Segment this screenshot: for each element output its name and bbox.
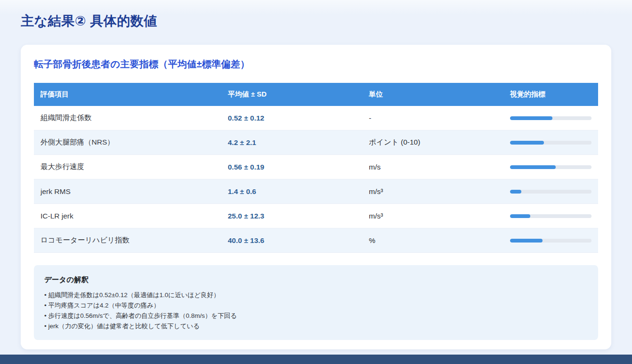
- table-row: jerk RMS 1.4 ± 0.6 m/s³: [34, 179, 598, 204]
- metric-value: 40.0 ± 13.6: [221, 236, 363, 245]
- indicator-bar-track: [510, 116, 591, 120]
- metric-unit: m/s³: [362, 187, 503, 196]
- interpretation-bullet: 歩行速度は0.56m/sで、高齢者の自立歩行基準（0.8m/s）を下回る: [44, 311, 588, 321]
- interpretation-bullet: 組織間滑走係数は0.52±0.12（最適値は1.0に近いほど良好）: [44, 290, 588, 300]
- table-row: 外側大腿部痛（NRS） 4.2 ± 2.1 ポイント (0-10): [34, 130, 598, 155]
- footer-bar: [0, 355, 632, 364]
- indicator-cell: [503, 190, 598, 194]
- metrics-table: 評価項目 平均値 ± SD 単位 視覚的指標 組織間滑走係数 0.52 ± 0.…: [34, 83, 598, 253]
- card-subtitle: 転子部骨折後患者の主要指標（平均値±標準偏差）: [34, 58, 598, 71]
- indicator-bar-track: [510, 190, 591, 194]
- interpretation-box: データの解釈 組織間滑走係数は0.52±0.12（最適値は1.0に近いほど良好）…: [34, 265, 598, 340]
- column-header-indicator: 視覚的指標: [503, 90, 598, 99]
- table-row: 組織間滑走係数 0.52 ± 0.12 -: [34, 106, 598, 130]
- metric-name: 最大歩行速度: [34, 162, 221, 172]
- results-card: 転子部骨折後患者の主要指標（平均値±標準偏差） 評価項目 平均値 ± SD 単位…: [21, 45, 611, 349]
- column-header-value: 平均値 ± SD: [221, 90, 363, 99]
- slide: 主な結果② 具体的数値 転子部骨折後患者の主要指標（平均値±標準偏差） 評価項目…: [0, 0, 632, 349]
- metric-name: ロコモーターリハビリ指数: [34, 235, 221, 245]
- metric-value: 4.2 ± 2.1: [221, 138, 363, 147]
- table-row: IC-LR jerk 25.0 ± 12.3 m/s³: [34, 204, 598, 228]
- indicator-cell: [503, 165, 598, 169]
- indicator-bar-fill: [510, 239, 543, 243]
- indicator-cell: [503, 141, 598, 145]
- metric-name: 外側大腿部痛（NRS）: [34, 138, 221, 147]
- indicator-bar-fill: [510, 190, 521, 194]
- column-header-unit: 単位: [362, 90, 503, 99]
- metric-unit: m/s³: [362, 212, 503, 220]
- interpretation-list: 組織間滑走係数は0.52±0.12（最適値は1.0に近いほど良好）平均疼痛スコア…: [44, 290, 588, 332]
- metric-name: 組織間滑走係数: [34, 113, 221, 123]
- metric-unit: %: [362, 236, 503, 245]
- indicator-bar-fill: [510, 165, 556, 169]
- metric-name: jerk RMS: [34, 187, 221, 196]
- page-title: 主な結果② 具体的数値: [21, 12, 611, 30]
- indicator-bar-track: [510, 214, 591, 218]
- column-header-item: 評価項目: [34, 90, 221, 99]
- interpretation-bullet: 平均疼痛スコアは4.2（中等度の痛み）: [44, 300, 588, 311]
- metric-unit: ポイント (0-10): [362, 138, 503, 147]
- metric-value: 0.56 ± 0.19: [221, 163, 363, 171]
- indicator-cell: [503, 239, 598, 243]
- indicator-bar-track: [510, 239, 591, 243]
- indicator-cell: [503, 116, 598, 120]
- table-header-row: 評価項目 平均値 ± SD 単位 視覚的指標: [34, 83, 598, 106]
- indicator-bar-fill: [510, 214, 530, 218]
- indicator-bar-fill: [510, 141, 544, 145]
- indicator-cell: [503, 214, 598, 218]
- metric-value: 0.52 ± 0.12: [221, 114, 363, 122]
- metric-unit: m/s: [362, 163, 503, 171]
- table-row: 最大歩行速度 0.56 ± 0.19 m/s: [34, 155, 598, 179]
- interpretation-bullet: jerk（力の変化）値は健常者と比較して低下している: [44, 321, 588, 332]
- metric-name: IC-LR jerk: [34, 212, 221, 220]
- metric-unit: -: [362, 114, 503, 122]
- table-body: 組織間滑走係数 0.52 ± 0.12 - 外側大腿部痛（NRS） 4.2 ± …: [34, 106, 598, 253]
- table-row: ロコモーターリハビリ指数 40.0 ± 13.6 %: [34, 228, 598, 253]
- indicator-bar-track: [510, 141, 591, 145]
- metric-value: 1.4 ± 0.6: [221, 187, 363, 196]
- indicator-bar-track: [510, 165, 591, 169]
- indicator-bar-fill: [510, 116, 552, 120]
- interpretation-title: データの解釈: [44, 275, 588, 285]
- metric-value: 25.0 ± 12.3: [221, 212, 363, 220]
